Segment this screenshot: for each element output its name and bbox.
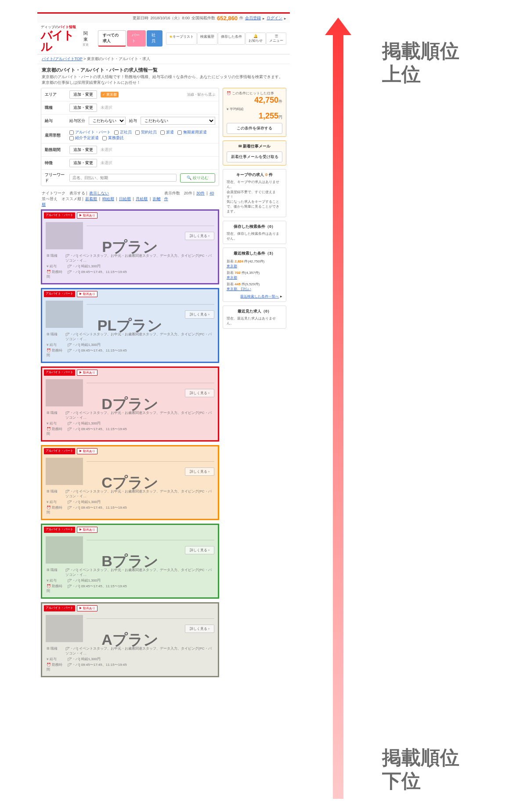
avg-wage: 1,255 <box>259 111 278 120</box>
employ-checkbox[interactable]: アルバイト・パート <box>69 129 111 135</box>
job-type-badge: アルバイト・パート <box>44 527 75 533</box>
night-hide-link[interactable]: 表示しない <box>89 191 109 195</box>
job-card-pl[interactable]: アルバイト・パート▶ 動画あり詳しく見る ›PLプラン⊞ 職種[ア・パ] イベン… <box>41 288 219 363</box>
freeword-input[interactable] <box>69 174 177 182</box>
job-type-badge: アルバイト・パート <box>44 448 75 454</box>
main-column: エリア追加・変更✓ 東京都沿線・駅から選ぶ 職種追加・変更未選択 給与給与区分こ… <box>41 88 219 681</box>
saved-button[interactable]: 保存した条件 <box>218 32 245 45</box>
job-type-badge: アルバイト・パート <box>44 291 75 297</box>
job-card-p[interactable]: アルバイト・パート▶ 動画あり詳しく見る ›Pプラン⊞ 職種[ア・パ] イベント… <box>41 209 219 284</box>
history-button[interactable]: 検索履歴 <box>197 32 217 45</box>
breadcrumb-current: 東京都のバイト・アルバイト・求人 <box>87 57 150 61</box>
count-30-link[interactable]: 30件 <box>196 191 205 195</box>
region[interactable]: 関東変更 <box>83 30 91 47</box>
side-hit-box: ⏰ この条件にヒットした仕事 42,750件 ¥ 平均時給 1,255円 この条… <box>223 88 286 137</box>
header-tabs: すべての求人 パート 社員 <box>98 30 162 47</box>
job-thumbnail <box>46 301 83 328</box>
logo-brand: バイトル <box>41 29 79 52</box>
count-label: 全国掲載件数 <box>191 15 215 21</box>
job-thumbnail <box>46 615 83 642</box>
sort-link[interactable]: 日給順 <box>119 197 131 201</box>
detail-button[interactable]: 詳しく見る › <box>185 467 214 476</box>
header: ディップのバイト情報 バイトル 関東変更 すべての求人 パート 社員 ★キープリ… <box>37 23 290 54</box>
page-desc: 東京都のアルバイト・パートの求人情報です！勤務地や職種、給与等の様々な条件から、… <box>37 74 290 88</box>
video-badge: ▶ 動画あり <box>77 527 97 533</box>
header-icons: ★キープリスト 検索履歴 保存した条件 🔔お知らせ ☰メニュー <box>166 32 286 45</box>
mail-subscribe-button[interactable]: 新着仕事メールを受け取る <box>227 151 282 162</box>
job-card-b[interactable]: アルバイト・パート▶ 動画あり詳しく見る ›Bプラン⊞ 職種[ア・パ] イベント… <box>41 524 219 599</box>
recent-item[interactable]: 新着 2,824 件(42,750件)東京都 <box>227 258 282 269</box>
detail-button[interactable]: 詳しく見る › <box>185 546 214 554</box>
job-card-a[interactable]: アルバイト・パート▶ 動画あり詳しく見る ›Aプラン⊞ 職種[ア・パ] イベント… <box>41 602 219 677</box>
menu-button[interactable]: ☰メニュー <box>266 32 286 45</box>
recent-more-link[interactable]: 最近検索した条件一覧へ <box>240 295 279 298</box>
side-keep-box: キープ中の求人 0 件 現在、キープ中の求人はありません。 会員登録不要で、すぐ… <box>223 169 286 217</box>
employ-checkbox[interactable]: 正社員 <box>114 129 132 135</box>
employ-checkbox[interactable]: 派遣 <box>160 129 174 135</box>
job-thumbnail <box>46 222 83 249</box>
side-saved-box: 保存した検索条件（0） 現在、保存した検索条件はありません。 <box>223 221 286 244</box>
topbar: 更新日時 2018/10/16（火）8:00 全国掲載件数 652,860 件 … <box>37 14 290 23</box>
side-mail-box: ✉ 新着仕事メール 新着仕事メールを受け取る <box>223 140 286 165</box>
recent-item[interactable]: 新着 702 件(4,357件)東京都 <box>227 269 282 281</box>
salary-amount-select[interactable]: こだわらない <box>141 117 215 125</box>
keep-text: 現在、キープ中の求人はありません。 会員登録不要で、すぐに使えます！ 気になった… <box>227 180 282 214</box>
count-value: 652,860 <box>217 15 238 22</box>
page-title: 東京都のバイト・アルバイト・パートの求人情報一覧 <box>37 64 290 74</box>
register-link[interactable]: 会員登録 <box>245 15 261 21</box>
job-card-d[interactable]: アルバイト・パート▶ 動画あり詳しく見る ›Dプラン⊞ 職種[ア・パ] イベント… <box>41 366 219 442</box>
update-label: 更新日時 <box>133 15 148 21</box>
job-thumbnail <box>46 458 83 485</box>
tab-all[interactable]: すべての求人 <box>98 30 126 47</box>
employ-checkbox[interactable]: 無期雇用派遣 <box>177 129 207 135</box>
rank-bottom-label: 掲載順位 下位 <box>382 746 459 793</box>
job-edit-button[interactable]: 追加・変更 <box>69 104 97 112</box>
recent-item[interactable]: 新着 445 件(9,529件)東京都、日払い <box>227 281 282 292</box>
sort-link[interactable]: 月給順 <box>136 197 148 201</box>
breadcrumb: バイト/アルバイトTOP > 東京都のバイト・アルバイト・求人 <box>37 54 290 64</box>
employ-checkbox[interactable]: 紹介予定派遣 <box>69 135 99 141</box>
detail-button[interactable]: 詳しく見る › <box>185 310 214 319</box>
employ-checkbox[interactable]: 業務委託 <box>102 135 124 141</box>
video-badge: ▶ 動画あり <box>77 605 97 611</box>
count-unit: 件 <box>239 15 243 21</box>
detail-button[interactable]: 詳しく見る › <box>185 625 214 633</box>
feature-edit-button[interactable]: 追加・変更 <box>69 159 97 167</box>
job-type-badge: アルバイト・パート <box>44 605 75 611</box>
filter-button[interactable]: 🔍 絞り込む <box>180 173 215 183</box>
employ-checkbox[interactable]: 契約社員 <box>135 129 157 135</box>
salary-type-select[interactable]: こだわらない <box>89 117 126 125</box>
notice-button[interactable]: 🔔お知らせ <box>245 32 266 45</box>
job-type-badge: アルバイト・パート <box>44 212 75 219</box>
tab-part[interactable]: パート <box>127 30 146 47</box>
logo[interactable]: ディップのバイト情報 バイトル <box>41 25 79 52</box>
tab-staff[interactable]: 社員 <box>147 30 162 47</box>
keep-list-button[interactable]: ★キープリスト <box>166 32 197 45</box>
search-form: エリア追加・変更✓ 東京都沿線・駅から選ぶ 職種追加・変更未選択 給与給与区分こ… <box>41 88 219 186</box>
video-badge: ▶ 動画あり <box>77 370 97 376</box>
rank-top-label: 掲載順位 上位 <box>382 40 459 86</box>
video-badge: ▶ 動画あり <box>77 291 97 297</box>
sort-link[interactable]: 時給順 <box>102 197 114 201</box>
detail-button[interactable]: 詳しく見る › <box>185 389 214 397</box>
breadcrumb-home[interactable]: バイト/アルバイトTOP <box>42 57 83 61</box>
video-badge: ▶ 動画あり <box>77 212 97 219</box>
period-edit-button[interactable]: 追加・変更 <box>69 146 97 154</box>
side-recent-box: 最近検索した条件（3） 新着 2,824 件(42,750件)東京都新着 702… <box>223 248 286 302</box>
job-card-c[interactable]: アルバイト・パート▶ 動画あり詳しく見る ›Cプラン⊞ 職種[ア・パ] イベント… <box>41 445 219 520</box>
update-value: 2018/10/16（火）8:00 <box>150 15 190 21</box>
side-column: ⏰ この条件にヒットした仕事 42,750件 ¥ 平均時給 1,255円 この条… <box>223 88 286 681</box>
login-link[interactable]: ログイン <box>267 15 282 21</box>
save-condition-button[interactable]: この条件を保存する <box>227 123 282 134</box>
detail-button[interactable]: 詳しく見る › <box>185 232 214 240</box>
video-badge: ▶ 動画あり <box>77 448 97 454</box>
area-tag: ✓ 東京都 <box>101 92 119 97</box>
job-type-badge: アルバイト・パート <box>44 370 75 376</box>
line-station-link[interactable]: 沿線・駅から選ぶ <box>187 92 215 97</box>
area-edit-button[interactable]: 追加・変更 <box>69 90 97 99</box>
job-thumbnail <box>46 379 83 406</box>
list-controls: ナイトワーク 表示する | 表示しない 並べ替え オススメ順 | 新着順 | 時… <box>41 189 219 209</box>
ranking-arrow <box>325 18 351 799</box>
sort-link[interactable]: 新着順 <box>85 197 97 201</box>
site-container: 更新日時 2018/10/16（火）8:00 全国掲載件数 652,860 件 … <box>37 12 290 681</box>
